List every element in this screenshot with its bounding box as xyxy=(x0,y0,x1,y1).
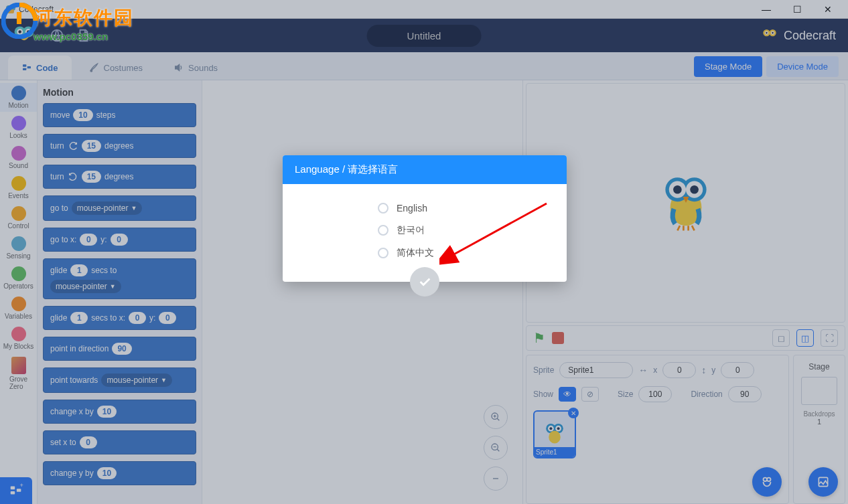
lang-option-english[interactable]: English xyxy=(378,203,472,214)
modal-title: Language / 请选择语言 xyxy=(283,155,567,184)
confirm-button[interactable] xyxy=(410,267,439,297)
lang-option-chinese[interactable]: 简体中文 xyxy=(378,247,472,259)
lang-option-korean[interactable]: 한국어 xyxy=(378,224,472,236)
language-modal: Language / 请选择语言 English 한국어 简体中文 xyxy=(283,155,567,282)
